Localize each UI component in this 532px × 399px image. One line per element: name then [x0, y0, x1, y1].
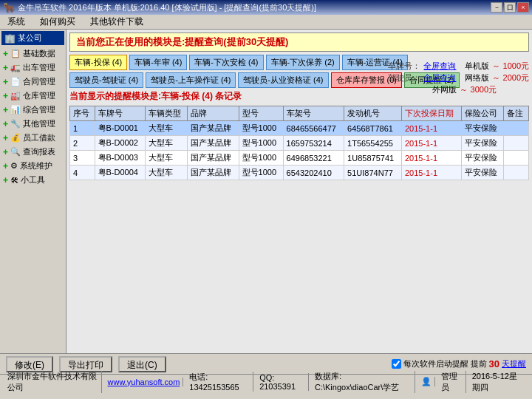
status-user: 管理员	[438, 371, 466, 393]
edit-button[interactable]: 修改(E)	[6, 356, 53, 372]
table-cell: 4	[70, 166, 95, 180]
table-cell: 大型车	[146, 166, 188, 180]
table-cell: 68465566477	[283, 121, 344, 136]
other-label: 其他管理	[23, 118, 55, 129]
tab-vehicle-inspection[interactable]: 车辆-下次安检 (4)	[189, 55, 263, 70]
col-model: 型号	[239, 106, 283, 121]
driver-info: 驾驶员： 全屏查询 网络版 ～ 2000元	[388, 72, 529, 83]
table-row[interactable]: 4粤B-D0004大型车国产某品牌型号1000654320241051UI874…	[70, 166, 529, 180]
tab-vehicle-maintenance[interactable]: 车辆-下次保养 (2)	[266, 55, 340, 70]
tab-driver-operation[interactable]: 驾驶员-上车操作证 (4)	[146, 72, 236, 88]
table-cell: 6496853221	[283, 151, 344, 166]
col-date: 下次投保日期	[401, 106, 461, 121]
expand-icon: +	[3, 77, 8, 87]
menu-download[interactable]: 其他软件下载	[86, 15, 148, 29]
contract-icon: 📄	[10, 77, 21, 86]
driver-label: 驾驶员：	[388, 72, 420, 83]
sidebar-item-tools[interactable]: + 🛠 小工具	[1, 173, 64, 187]
dispatch-icon: 🚛	[10, 63, 21, 72]
loan-label: 员工借款	[23, 132, 55, 143]
col-brand: 品牌	[188, 106, 239, 121]
tab-driver-qualification[interactable]: 驾驶员-从业资格证 (4)	[238, 72, 328, 88]
table-cell: 平安保险	[462, 151, 504, 166]
status-db: 数据库: C:\Kingox\diaoCar\学艺	[312, 371, 415, 393]
expand-icon: +	[3, 133, 8, 143]
table-cell: 粤B-D0004	[95, 166, 146, 180]
col-engine: 发动机号	[344, 106, 402, 121]
remind-checkbox[interactable]	[392, 359, 401, 369]
sidebar-item-loan[interactable]: + 💰 员工借款	[1, 131, 64, 145]
maximize-button[interactable]: 口	[504, 2, 516, 13]
table-cell: 2015-1-1	[401, 166, 461, 180]
base-icon: 📋	[10, 49, 21, 58]
status-datetime: 2016-5-12星期四	[469, 371, 528, 393]
warehouse-icon: 🏭	[10, 91, 21, 100]
title-label: 金牛吊车软件 2016年版本 单机版:2016.40 [体验试用版] - [提醒…	[18, 2, 316, 13]
status-phone: 电话: 13425153565	[186, 372, 253, 392]
table-row[interactable]: 2粤B-D0002大型车国产某品牌型号100016597532141T56554…	[70, 136, 529, 151]
other-icon: 🔧	[10, 119, 21, 129]
plate-label: 车牌号：	[388, 61, 420, 72]
title-text: 🐂 金牛吊车软件 2016年版本 单机版:2016.40 [体验试用版] - […	[3, 2, 316, 13]
outer-info: 外网版 ～ 3000元	[388, 84, 529, 95]
contract-label: 合同管理	[23, 76, 55, 87]
company-icon: 🏢	[4, 33, 16, 44]
table-cell: 3	[70, 151, 95, 166]
table-cell	[504, 166, 529, 180]
remind-days: 30	[489, 358, 499, 369]
minimize-button[interactable]: －	[491, 2, 502, 13]
report-icon: 🔍	[10, 147, 21, 157]
table-cell: 型号1000	[239, 136, 283, 151]
sidebar-item-contract[interactable]: + 📄 合同管理	[1, 75, 64, 89]
table-cell: 2015-1-1	[401, 151, 461, 166]
table-cell: 国产某品牌	[188, 166, 239, 180]
table-row[interactable]: 1粤B-D0001大型车国产某品牌型号10006846556647764568T…	[70, 121, 529, 136]
table-row[interactable]: 3粤B-D0003大型车国产某品牌型号100064968532211U85875…	[70, 151, 529, 166]
tab-driver-license[interactable]: 驾驶员-驾驶证 (4)	[69, 72, 143, 88]
status-website[interactable]: www.yuhansoft.com	[105, 378, 184, 386]
sidebar-item-base[interactable]: + 📋 基础数据	[1, 47, 64, 61]
table-cell: 大型车	[146, 121, 188, 136]
expand-icon: +	[3, 161, 8, 171]
sidebar-item-dispatch[interactable]: + 🚛 出车管理	[1, 61, 64, 75]
expand-icon: +	[3, 91, 8, 101]
exit-button[interactable]: 退出(C)	[118, 356, 166, 372]
driver-link[interactable]: 全屏查询	[423, 72, 456, 83]
col-insurance: 保险公司	[462, 106, 504, 121]
no-remind-link[interactable]: 天提醒	[502, 358, 526, 369]
table-cell: 国产某品牌	[188, 121, 239, 136]
table-cell: 型号1000	[239, 121, 283, 136]
tools-label: 小工具	[21, 174, 45, 185]
plate-info: 车牌号： 全屏查询 单机版 ～ 1000元	[388, 61, 529, 72]
tab-vehicle-annual[interactable]: 车辆-年审 (4)	[129, 55, 187, 70]
expand-icon: +	[3, 49, 8, 59]
table-cell: 型号1000	[239, 166, 283, 180]
menu-purchase[interactable]: 如何购买	[35, 15, 80, 29]
table-cell: 国产某品牌	[188, 151, 239, 166]
sidebar-item-general[interactable]: + 📊 综合管理	[1, 103, 64, 117]
export-button[interactable]: 导出打印	[59, 356, 112, 372]
sidebar: 🏢 某公司 + 📋 基础数据 + 🚛 出车管理 + 📄 合同管理 + 🏭 仓库管…	[0, 30, 66, 353]
col-chassis: 车架号	[283, 106, 344, 121]
col-seq: 序号	[70, 106, 95, 121]
sidebar-item-warehouse[interactable]: + 🏭 仓库管理	[1, 89, 64, 103]
report-label: 查询报表	[23, 146, 55, 157]
tab-vehicle-insurance[interactable]: 车辆-投保 (4)	[69, 55, 127, 70]
title-bar: 🐂 金牛吊车软件 2016年版本 单机版:2016.40 [体验试用版] - […	[0, 0, 532, 15]
table-cell: 1659753214	[283, 136, 344, 151]
sidebar-item-report[interactable]: + 🔍 查询报表	[1, 145, 64, 159]
table-cell	[504, 121, 529, 136]
menu-system[interactable]: 系统	[3, 15, 30, 29]
company-item[interactable]: 🏢 某公司	[1, 31, 64, 45]
data-table: 序号 车牌号 车辆类型 品牌 型号 车架号 发动机号 下次投保日期 保险公司 备…	[69, 106, 529, 180]
unit-label: 单机版	[465, 61, 489, 72]
net-value: ～ 2000元	[492, 72, 529, 83]
sidebar-item-other[interactable]: + 🔧 其他管理	[1, 117, 64, 131]
sidebar-item-system[interactable]: + ⚙ 系统维护	[1, 159, 64, 173]
table-cell: 型号1000	[239, 151, 283, 166]
status-user-icon: 👤	[418, 377, 435, 386]
plate-link[interactable]: 全屏查询	[423, 61, 456, 72]
close-button[interactable]: ×	[517, 2, 529, 13]
dispatch-label: 出车管理	[23, 62, 55, 73]
outer-value: ～ 3000元	[460, 84, 497, 95]
